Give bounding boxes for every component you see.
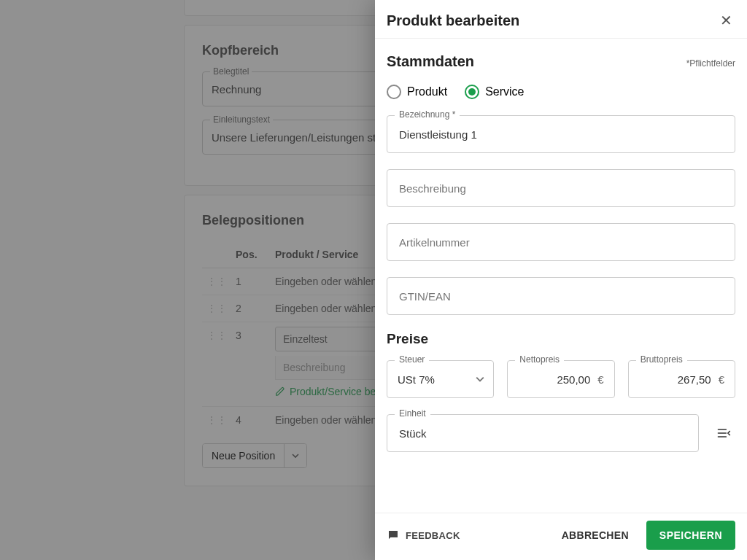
section-preise-title: Preise [387, 331, 735, 347]
artikelnummer-input[interactable] [398, 236, 724, 249]
bezeichnung-input[interactable] [398, 128, 724, 141]
radio-icon [465, 85, 479, 99]
steuer-field[interactable]: Steuer USt 7% [387, 360, 494, 398]
einheit-field[interactable]: Einheit [387, 414, 699, 452]
currency-suffix: € [719, 373, 724, 386]
einheit-label: Einheit [395, 408, 430, 419]
close-icon[interactable]: ✕ [717, 9, 735, 32]
pflichtfelder-note: *Pflichtfelder [686, 58, 735, 69]
netto-input[interactable] [518, 373, 593, 386]
steuer-label: Steuer [395, 354, 429, 365]
brutto-input[interactable] [639, 373, 714, 386]
chat-icon [387, 529, 400, 542]
feedback-button[interactable]: FEEDBACK [387, 529, 460, 542]
bezeichnung-field[interactable]: Bezeichnung * [387, 115, 735, 153]
radio-produkt[interactable]: Produkt [387, 85, 447, 99]
drawer-footer: FEEDBACK ABBRECHEN SPEICHERN [375, 513, 747, 560]
brutto-label: Bruttopreis [636, 354, 687, 365]
save-button[interactable]: SPEICHERN [646, 521, 735, 550]
section-stammdaten-title: Stammdaten [387, 53, 474, 70]
beschreibung-field[interactable] [387, 169, 735, 207]
unit-list-icon[interactable] [712, 421, 735, 445]
gtin-field[interactable] [387, 277, 735, 315]
radio-service-label: Service [485, 85, 524, 98]
netto-label: Nettopreis [515, 354, 564, 365]
product-type-radio-group: Produkt Service [387, 85, 735, 99]
drawer-header: Produkt bearbeiten ✕ [375, 0, 747, 38]
currency-suffix: € [597, 373, 603, 386]
drawer-title: Produkt bearbeiten [387, 12, 519, 29]
beschreibung-input[interactable] [398, 182, 724, 195]
radio-produkt-label: Produkt [407, 85, 447, 98]
cancel-button[interactable]: ABBRECHEN [557, 529, 633, 542]
steuer-select[interactable]: USt 7% [398, 373, 483, 386]
gtin-input[interactable] [398, 289, 724, 303]
radio-icon [387, 85, 401, 99]
artikelnummer-field[interactable] [387, 223, 735, 261]
einheit-input[interactable] [398, 427, 688, 440]
brutto-field[interactable]: Bruttopreis € [628, 360, 735, 398]
feedback-label: FEEDBACK [406, 530, 460, 541]
edit-product-drawer: Produkt bearbeiten ✕ Stammdaten *Pflicht… [375, 0, 747, 560]
drawer-body[interactable]: Stammdaten *Pflichtfelder Produkt Servic… [375, 38, 747, 513]
bezeichnung-label: Bezeichnung * [395, 109, 460, 120]
netto-field[interactable]: Nettopreis € [507, 360, 614, 398]
radio-service[interactable]: Service [465, 85, 524, 99]
